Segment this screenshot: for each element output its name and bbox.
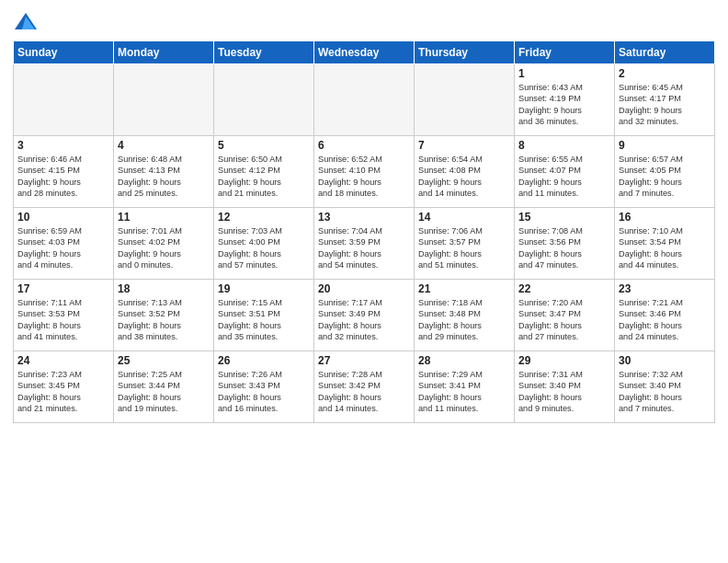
day-number: 3 [17,139,109,152]
calendar-cell: 1Sunrise: 6:43 AM Sunset: 4:19 PM Daylig… [515,64,615,136]
day-info: Sunrise: 6:48 AM Sunset: 4:13 PM Dayligh… [118,154,210,200]
day-number: 26 [218,354,310,367]
day-info: Sunrise: 6:50 AM Sunset: 4:12 PM Dayligh… [218,154,310,200]
day-number: 11 [118,211,210,224]
day-info: Sunrise: 6:46 AM Sunset: 4:15 PM Dayligh… [17,154,109,200]
day-number: 10 [17,211,109,224]
day-number: 28 [418,354,510,367]
calendar-cell: 17Sunrise: 7:11 AM Sunset: 3:53 PM Dayli… [14,280,114,351]
day-number: 29 [518,354,610,367]
day-info: Sunrise: 7:18 AM Sunset: 3:48 PM Dayligh… [418,297,510,343]
day-info: Sunrise: 7:06 AM Sunset: 3:57 PM Dayligh… [418,225,510,271]
day-info: Sunrise: 7:29 AM Sunset: 3:41 PM Dayligh… [418,369,510,415]
calendar-cell: 28Sunrise: 7:29 AM Sunset: 3:41 PM Dayli… [415,351,515,423]
calendar-cell: 14Sunrise: 7:06 AM Sunset: 3:57 PM Dayli… [415,208,515,280]
day-info: Sunrise: 7:28 AM Sunset: 3:42 PM Dayligh… [318,369,410,415]
day-number: 12 [218,211,310,224]
calendar-cell [14,64,114,136]
calendar-week-4: 17Sunrise: 7:11 AM Sunset: 3:53 PM Dayli… [14,280,715,351]
day-info: Sunrise: 6:45 AM Sunset: 4:17 PM Dayligh… [619,82,711,128]
calendar-cell: 10Sunrise: 6:59 AM Sunset: 4:03 PM Dayli… [14,208,114,280]
day-number: 19 [218,282,310,295]
calendar-cell: 6Sunrise: 6:52 AM Sunset: 4:10 PM Daylig… [314,136,415,208]
calendar-header-row: SundayMondayTuesdayWednesdayThursdayFrid… [14,41,715,64]
day-info: Sunrise: 7:08 AM Sunset: 3:56 PM Dayligh… [518,225,610,271]
calendar-header-monday: Monday [114,41,214,64]
day-number: 25 [118,354,210,367]
day-info: Sunrise: 6:52 AM Sunset: 4:10 PM Dayligh… [318,154,410,200]
calendar-cell: 25Sunrise: 7:25 AM Sunset: 3:44 PM Dayli… [114,351,214,423]
day-number: 8 [518,139,610,152]
day-info: Sunrise: 7:25 AM Sunset: 3:44 PM Dayligh… [118,369,210,415]
day-info: Sunrise: 7:03 AM Sunset: 4:00 PM Dayligh… [218,225,310,271]
day-info: Sunrise: 7:26 AM Sunset: 3:43 PM Dayligh… [218,369,310,415]
calendar-cell: 15Sunrise: 7:08 AM Sunset: 3:56 PM Dayli… [515,208,615,280]
calendar-cell [415,64,515,136]
calendar-cell: 19Sunrise: 7:15 AM Sunset: 3:51 PM Dayli… [214,280,314,351]
calendar-week-1: 1Sunrise: 6:43 AM Sunset: 4:19 PM Daylig… [14,64,715,136]
calendar-cell: 5Sunrise: 6:50 AM Sunset: 4:12 PM Daylig… [214,136,314,208]
day-number: 22 [518,282,610,295]
calendar-cell: 9Sunrise: 6:57 AM Sunset: 4:05 PM Daylig… [615,136,715,208]
day-info: Sunrise: 7:17 AM Sunset: 3:49 PM Dayligh… [318,297,410,343]
calendar: SundayMondayTuesdayWednesdayThursdayFrid… [13,40,715,423]
day-info: Sunrise: 6:59 AM Sunset: 4:03 PM Dayligh… [17,225,109,271]
calendar-header-saturday: Saturday [615,41,715,64]
calendar-cell: 29Sunrise: 7:31 AM Sunset: 3:40 PM Dayli… [515,351,615,423]
calendar-cell: 26Sunrise: 7:26 AM Sunset: 3:43 PM Dayli… [214,351,314,423]
calendar-cell: 13Sunrise: 7:04 AM Sunset: 3:59 PM Dayli… [314,208,415,280]
day-info: Sunrise: 7:13 AM Sunset: 3:52 PM Dayligh… [118,297,210,343]
day-number: 27 [318,354,410,367]
day-info: Sunrise: 7:15 AM Sunset: 3:51 PM Dayligh… [218,297,310,343]
calendar-cell: 8Sunrise: 6:55 AM Sunset: 4:07 PM Daylig… [515,136,615,208]
day-info: Sunrise: 7:32 AM Sunset: 3:40 PM Dayligh… [619,369,711,415]
day-info: Sunrise: 6:43 AM Sunset: 4:19 PM Dayligh… [518,82,610,128]
day-info: Sunrise: 7:04 AM Sunset: 3:59 PM Dayligh… [318,225,410,271]
logo-icon [13,9,39,35]
calendar-cell [314,64,415,136]
calendar-cell: 21Sunrise: 7:18 AM Sunset: 3:48 PM Dayli… [415,280,515,351]
logo [13,9,42,35]
calendar-cell [114,64,214,136]
calendar-cell: 4Sunrise: 6:48 AM Sunset: 4:13 PM Daylig… [114,136,214,208]
day-info: Sunrise: 6:55 AM Sunset: 4:07 PM Dayligh… [518,154,610,200]
day-number: 24 [17,354,109,367]
calendar-cell: 20Sunrise: 7:17 AM Sunset: 3:49 PM Dayli… [314,280,415,351]
day-number: 4 [118,139,210,152]
day-number: 16 [619,211,711,224]
calendar-cell: 11Sunrise: 7:01 AM Sunset: 4:02 PM Dayli… [114,208,214,280]
day-number: 7 [418,139,510,152]
day-number: 15 [518,211,610,224]
calendar-header-thursday: Thursday [415,41,515,64]
calendar-cell: 2Sunrise: 6:45 AM Sunset: 4:17 PM Daylig… [615,64,715,136]
calendar-week-5: 24Sunrise: 7:23 AM Sunset: 3:45 PM Dayli… [14,351,715,423]
calendar-header-tuesday: Tuesday [214,41,314,64]
day-number: 23 [619,282,711,295]
calendar-cell: 16Sunrise: 7:10 AM Sunset: 3:54 PM Dayli… [615,208,715,280]
day-number: 9 [619,139,711,152]
calendar-cell [214,64,314,136]
day-number: 21 [418,282,510,295]
day-info: Sunrise: 7:23 AM Sunset: 3:45 PM Dayligh… [17,369,109,415]
calendar-week-2: 3Sunrise: 6:46 AM Sunset: 4:15 PM Daylig… [14,136,715,208]
day-number: 14 [418,211,510,224]
day-info: Sunrise: 7:10 AM Sunset: 3:54 PM Dayligh… [619,225,711,271]
day-number: 30 [619,354,711,367]
day-number: 6 [318,139,410,152]
calendar-header-sunday: Sunday [14,41,114,64]
header [13,9,715,35]
calendar-cell: 12Sunrise: 7:03 AM Sunset: 4:00 PM Dayli… [214,208,314,280]
calendar-week-3: 10Sunrise: 6:59 AM Sunset: 4:03 PM Dayli… [14,208,715,280]
calendar-cell: 7Sunrise: 6:54 AM Sunset: 4:08 PM Daylig… [415,136,515,208]
calendar-header-wednesday: Wednesday [314,41,415,64]
calendar-cell: 22Sunrise: 7:20 AM Sunset: 3:47 PM Dayli… [515,280,615,351]
day-info: Sunrise: 7:01 AM Sunset: 4:02 PM Dayligh… [118,225,210,271]
calendar-cell: 3Sunrise: 6:46 AM Sunset: 4:15 PM Daylig… [14,136,114,208]
calendar-cell: 30Sunrise: 7:32 AM Sunset: 3:40 PM Dayli… [615,351,715,423]
day-number: 20 [318,282,410,295]
day-number: 13 [318,211,410,224]
day-info: Sunrise: 7:21 AM Sunset: 3:46 PM Dayligh… [619,297,711,343]
day-info: Sunrise: 6:54 AM Sunset: 4:08 PM Dayligh… [418,154,510,200]
day-number: 2 [619,67,711,80]
calendar-cell: 24Sunrise: 7:23 AM Sunset: 3:45 PM Dayli… [14,351,114,423]
